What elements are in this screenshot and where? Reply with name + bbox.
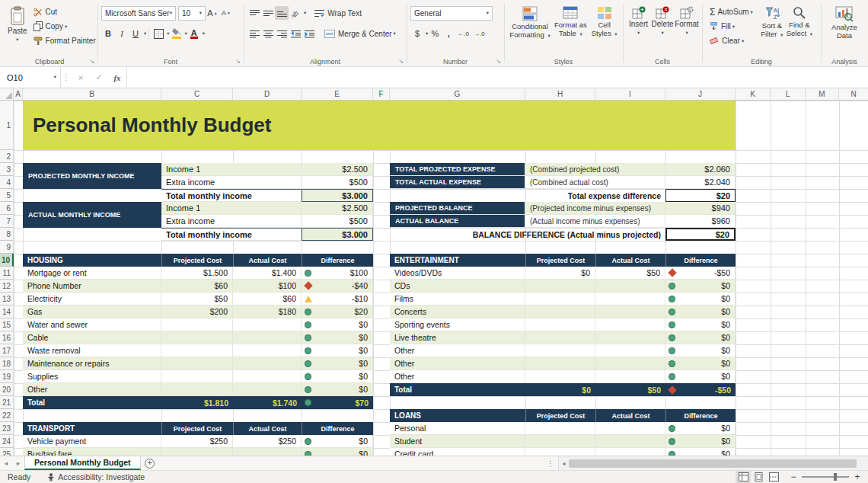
income-item-label[interactable]: Extra income — [161, 215, 302, 228]
column-header-L[interactable]: L — [771, 88, 806, 101]
cell-difference[interactable]: $0 — [302, 318, 373, 331]
confirm-entry-button[interactable]: ✓ — [90, 67, 108, 88]
cell-actual-cost[interactable]: $100 — [233, 280, 302, 293]
cell-actual-cost[interactable] — [595, 357, 665, 370]
cell-difference[interactable]: -$10 — [302, 293, 373, 305]
income-item-value[interactable]: $2.500 — [302, 202, 373, 215]
summary-value[interactable]: $940 — [665, 202, 736, 215]
align-middle-button[interactable] — [261, 6, 275, 20]
row-header-17[interactable]: 17 — [0, 344, 14, 357]
cell-projected-cost[interactable] — [525, 344, 595, 357]
cell-actual-cost[interactable] — [595, 318, 665, 331]
cell-difference[interactable]: $0 — [665, 331, 736, 344]
table-item[interactable]: Student — [390, 435, 525, 448]
cell-difference[interactable]: $0 — [302, 370, 373, 383]
row-header-6[interactable]: 6 — [0, 202, 14, 215]
align-left-button[interactable] — [247, 27, 261, 40]
cell-actual-cost[interactable] — [233, 331, 302, 344]
format-as-table-button[interactable]: Format asTable ▾ — [552, 5, 589, 40]
increase-indent-button[interactable] — [302, 27, 316, 40]
table-item[interactable]: Bus/taxi fare — [23, 448, 161, 456]
cell-difference[interactable]: $0 — [302, 344, 373, 357]
summary-total-value[interactable]: $20 — [665, 228, 736, 241]
row-header-25[interactable]: 25 — [0, 448, 14, 456]
cell-projected-cost[interactable]: $0 — [525, 267, 595, 280]
table-item[interactable]: Live theatre — [390, 331, 525, 344]
percent-style-button[interactable]: % — [428, 27, 442, 40]
row-header-5[interactable]: 5 — [0, 189, 14, 202]
number-format-select[interactable]: General▾ — [410, 6, 493, 21]
cell-difference[interactable]: $0 — [302, 448, 373, 456]
column-header-G[interactable]: G — [390, 88, 525, 101]
merge-center-button[interactable]: Merge & Center▾ — [322, 27, 398, 41]
table-column-header[interactable]: Difference — [302, 254, 373, 267]
font-color-button[interactable]: A — [187, 27, 201, 40]
summary-total-value[interactable]: $20 — [665, 189, 736, 202]
table-column-header[interactable]: Projected Cost — [161, 422, 233, 435]
column-header-H[interactable]: H — [525, 88, 595, 101]
table-item[interactable]: Gas — [23, 305, 161, 318]
summary-label[interactable]: PROJECTED BALANCE — [390, 202, 525, 215]
cut-button[interactable]: Cut — [31, 5, 98, 19]
cell-projected-cost[interactable] — [525, 435, 595, 448]
accounting-format-button[interactable]: $ — [410, 27, 424, 40]
table-item[interactable]: Electricity — [23, 293, 161, 305]
fill-color-button[interactable] — [170, 27, 183, 40]
cell-actual-cost[interactable]: $1.400 — [233, 267, 302, 280]
increase-font-size-button[interactable]: A▲ — [206, 6, 219, 20]
table-item[interactable]: Water and sewer — [23, 318, 161, 331]
cell-actual-cost[interactable]: $180 — [233, 305, 302, 318]
cell-actual-cost[interactable] — [595, 331, 665, 344]
summary-value[interactable]: $960 — [665, 215, 736, 228]
accessibility-status[interactable]: Accessibility: Investigate — [47, 472, 145, 481]
borders-button[interactable] — [152, 27, 165, 40]
cell-projected-cost[interactable] — [525, 448, 595, 456]
font-name-select[interactable]: Microsoft Sans Ser▾ — [101, 6, 176, 21]
row-header-1[interactable]: 1 — [0, 101, 14, 150]
delete-cells-button[interactable]: Delete ▾ — [650, 5, 675, 37]
find-select-button[interactable]: Find &Select ▾ — [786, 5, 813, 40]
table-total-label[interactable]: Total — [390, 383, 525, 396]
table-column-header[interactable]: Difference — [665, 254, 736, 267]
cell-projected-cost[interactable] — [161, 357, 233, 370]
income-item-value[interactable]: $2.500 — [302, 163, 373, 176]
insert-function-button[interactable]: fx — [108, 67, 126, 88]
cell-projected-cost[interactable] — [161, 318, 233, 331]
conditional-formatting-button[interactable]: ConditionalFormatting ▾ — [508, 5, 552, 41]
align-top-button[interactable] — [247, 6, 261, 20]
table-item[interactable]: Vehicle payment — [23, 435, 161, 448]
column-header-C[interactable]: C — [161, 88, 233, 101]
row-header-11[interactable]: 11 — [0, 267, 14, 280]
table-total-difference[interactable]: $70 — [302, 396, 373, 409]
increase-decimal-button[interactable]: ←.0 — [455, 27, 471, 40]
sort-filter-button[interactable]: AZ Sort &Filter ▾ — [758, 5, 786, 40]
summary-value[interactable]: $2.060 — [665, 163, 736, 176]
horizontal-scroll-thumb[interactable] — [569, 459, 857, 468]
font-dialog-launcher-icon[interactable]: ↘ — [235, 59, 241, 65]
cell-actual-cost[interactable]: $50 — [595, 267, 665, 280]
table-total-label[interactable]: Total — [23, 396, 161, 409]
cell-difference[interactable]: $0 — [665, 344, 736, 357]
bold-button[interactable]: B — [101, 27, 115, 40]
table-item[interactable]: Other — [23, 383, 161, 396]
copy-button[interactable]: Copy▾ — [31, 19, 98, 34]
income-item-label[interactable]: Income 1 — [161, 163, 302, 176]
table-item[interactable]: Concerts — [390, 305, 525, 318]
income-section-header[interactable]: ACTUAL MONTHLY INCOME — [23, 202, 161, 228]
align-center-button[interactable] — [261, 27, 275, 40]
table-name-entertainment[interactable]: ENTERTAINMENT — [390, 254, 525, 267]
cell-actual-cost[interactable] — [595, 280, 665, 293]
summary-desc[interactable]: (Combined projected cost) — [525, 163, 665, 176]
table-column-header[interactable]: Difference — [302, 422, 373, 435]
tab-bar-handle[interactable]: ⋮ — [543, 456, 558, 470]
cell-projected-cost[interactable] — [161, 383, 233, 396]
format-cells-button[interactable]: Format ▾ — [675, 5, 699, 37]
row-header-8[interactable]: 8 — [0, 228, 14, 241]
row-header-21[interactable]: 21 — [0, 396, 14, 409]
column-header-J[interactable]: J — [665, 88, 736, 101]
table-column-header[interactable]: Projected Cost — [161, 254, 233, 267]
cell-difference[interactable]: $0 — [302, 435, 373, 448]
cell-projected-cost[interactable]: $1.500 — [161, 267, 233, 280]
table-item[interactable]: Other — [390, 357, 525, 370]
column-header-A[interactable]: A — [14, 88, 23, 101]
